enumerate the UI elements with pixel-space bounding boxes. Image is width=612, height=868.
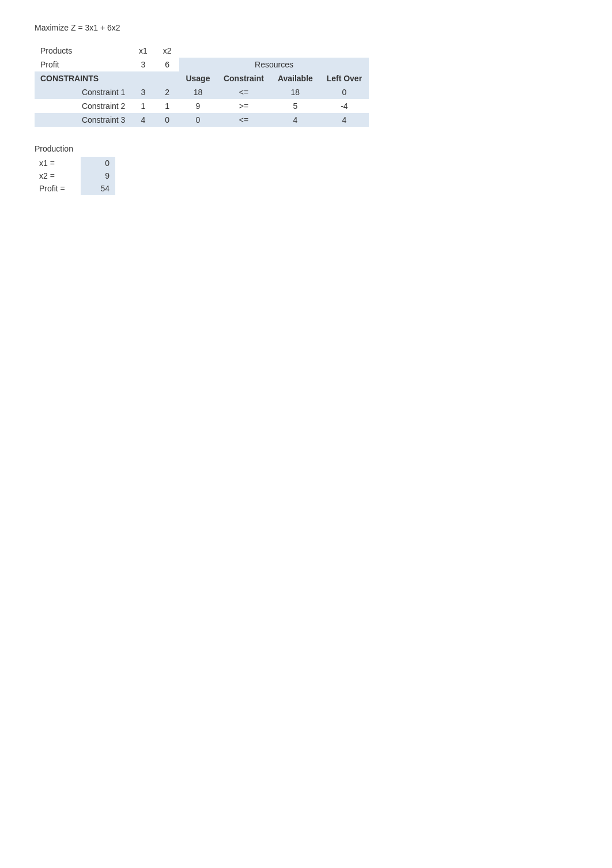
- constraints-label: CONSTRAINTS: [35, 71, 131, 85]
- profit-x2: 6: [155, 58, 179, 71]
- products-label: Products: [35, 44, 131, 58]
- constraint-row-1: Constraint 1 3 2 18 <= 18 0: [35, 85, 369, 99]
- constraint-row-3: Constraint 3 4 0 0 <= 4 4: [35, 113, 369, 127]
- x1-header: x1: [131, 44, 155, 58]
- production-table: x1 = 0 x2 = 9 Profit = 54: [35, 157, 115, 195]
- production-x2-label: x2 =: [35, 169, 81, 182]
- leftover-header: Left Over: [320, 71, 369, 85]
- production-x1-label: x1 =: [35, 157, 81, 169]
- c1-usage: 18: [179, 85, 217, 99]
- c2-available: 5: [271, 99, 320, 113]
- usage-header: Usage: [179, 71, 217, 85]
- production-x2-value: 9: [81, 169, 115, 182]
- c1-constraint: <=: [217, 85, 271, 99]
- production-x1-row: x1 = 0: [35, 157, 115, 169]
- c2-leftover: -4: [320, 99, 369, 113]
- header-row-profit: Profit 3 6 Resources: [35, 58, 369, 71]
- x2-header: x2: [155, 44, 179, 58]
- production-section: Production x1 = 0 x2 = 9 Profit = 54: [35, 144, 577, 195]
- profit-x1: 3: [131, 58, 155, 71]
- production-profit-row: Profit = 54: [35, 182, 115, 195]
- constraints-header-row: CONSTRAINTS Usage Constraint Available L…: [35, 71, 369, 85]
- production-profit-label: Profit =: [35, 182, 81, 195]
- c3-x1: 4: [131, 113, 155, 127]
- c2-x1: 1: [131, 99, 155, 113]
- constraint-row-2: Constraint 2 1 1 9 >= 5 -4: [35, 99, 369, 113]
- c2-constraint: >=: [217, 99, 271, 113]
- c1-x2: 2: [155, 85, 179, 99]
- production-profit-value: 54: [81, 182, 115, 195]
- c2-x2: 1: [155, 99, 179, 113]
- production-label: Production: [35, 144, 577, 153]
- c1-available: 18: [271, 85, 320, 99]
- available-header: Available: [271, 71, 320, 85]
- c1-name: Constraint 1: [35, 85, 131, 99]
- c2-name: Constraint 2: [35, 99, 131, 113]
- c2-usage: 9: [179, 99, 217, 113]
- c3-x2: 0: [155, 113, 179, 127]
- constraint-header: Constraint: [217, 71, 271, 85]
- profit-label: Profit: [35, 58, 131, 71]
- c1-x1: 3: [131, 85, 155, 99]
- production-x2-row: x2 = 9: [35, 169, 115, 182]
- c3-available: 4: [271, 113, 320, 127]
- resources-header: Resources: [179, 58, 369, 71]
- c1-leftover: 0: [320, 85, 369, 99]
- c3-leftover: 4: [320, 113, 369, 127]
- c3-usage: 0: [179, 113, 217, 127]
- constraints-table: Products x1 x2 Profit 3 6 Resources CONS…: [35, 44, 369, 127]
- header-row-products: Products x1 x2: [35, 44, 369, 58]
- c3-name: Constraint 3: [35, 113, 131, 127]
- maximize-label: Maximize Z = 3x1 + 6x2: [35, 23, 577, 32]
- c3-constraint: <=: [217, 113, 271, 127]
- production-x1-value: 0: [81, 157, 115, 169]
